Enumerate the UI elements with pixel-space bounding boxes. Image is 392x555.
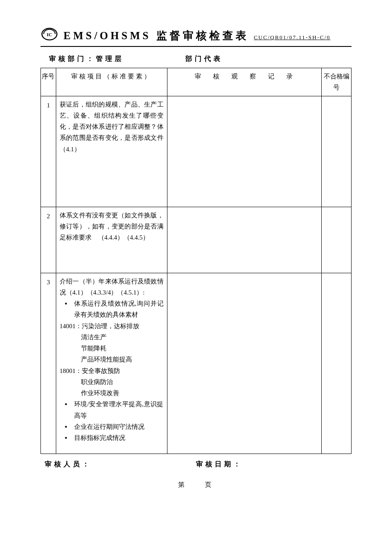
table-row: 3 介绍一（半）年来体系运行及绩效情况（4.1）（4.3.3/4）（4.5.1）…	[41, 273, 352, 454]
meta-row: 审核部门：管理层 部门代表	[49, 55, 352, 64]
s14001-item: 节能降耗	[60, 343, 164, 354]
row-num: 2	[41, 207, 56, 273]
svg-text:IC: IC	[47, 32, 52, 37]
bullet-text: 体系运行及绩效情况,询问并记录有关绩效的具体素材	[74, 298, 164, 321]
document-title: EMS/OHSMS 监督审核检查表	[63, 29, 249, 43]
dept-value: 管理层	[96, 55, 124, 62]
rep-label: 部门代表	[185, 55, 223, 62]
row-item: 介绍一（半）年来体系运行及绩效情况（4.1）（4.3.3/4）（4.5.1）: …	[56, 273, 167, 454]
table-header-row: 序号 审核项目（标准要素） 审核观察记录 不合格编号	[41, 68, 352, 96]
bullet-icon: ●	[65, 421, 74, 432]
row-item: 体系文件有没有变更（如文件换版，修订等），如有，变更的部分是否满足标准要求 （4…	[56, 207, 167, 273]
auditor-label: 审核人员：	[45, 460, 196, 469]
item-text: 体系文件有没有变更（如文件换版，修订等），如有，变更的部分是否满足标准要求 （4…	[60, 210, 164, 243]
row-nc	[322, 207, 352, 273]
cuc-logo-icon: IC	[40, 27, 58, 41]
row-item: 获证后，组织的规模、产品、生产工艺、设备、组织结构发生了哪些变化，是否对体系进行…	[56, 96, 167, 207]
bullet-item: ● 企业在运行期间守法情况	[60, 421, 164, 432]
bullet-item: ● 环境/安全管理水平提高,意识提高等	[60, 399, 164, 421]
s18001-item: 职业病防治	[60, 376, 164, 387]
row-num: 3	[41, 273, 56, 454]
col-num: 序号	[41, 68, 56, 96]
col-record: 审核观察记录	[167, 68, 322, 96]
row-nc	[322, 96, 352, 207]
item-intro: 介绍一（半）年来体系运行及绩效情况（4.1）（4.3.3/4）（4.5.1）:	[60, 276, 164, 298]
bullet-icon: ●	[65, 298, 74, 309]
row-record	[167, 207, 322, 273]
s14001-item: 产品环境性能提高	[60, 354, 164, 365]
document-code: CUC/QR01/07.11-SH-C/0	[254, 34, 331, 41]
row-record	[167, 273, 322, 454]
col-nc: 不合格编号	[322, 68, 352, 96]
bullet-text: 环境/安全管理水平提高,意识提高等	[74, 399, 164, 421]
col-item: 审核项目（标准要素）	[56, 68, 167, 96]
row-record	[167, 96, 322, 207]
s14001-item: 污染治理，达标排放	[82, 323, 139, 330]
table-row: 2 体系文件有没有变更（如文件换版，修订等），如有，变更的部分是否满足标准要求 …	[41, 207, 352, 273]
footer-row: 审核人员： 审核日期：	[45, 460, 352, 469]
s18001-item: 作业环境改善	[60, 387, 164, 399]
section-18001: 18001：安全事故预防	[60, 365, 164, 376]
checklist-table: 序号 审核项目（标准要素） 审核观察记录 不合格编号 1 获证后，组织的规模、产…	[40, 68, 352, 454]
page-number: 第 页	[40, 481, 352, 489]
document-header: IC EMS/OHSMS 监督审核检查表 CUC/QR01/07.11-SH-C…	[40, 26, 352, 47]
bullet-item: ● 目标指标完成情况	[60, 432, 164, 443]
bullet-item: ● 体系运行及绩效情况,询问并记录有关绩效的具体素材	[60, 298, 164, 321]
s14001-label: 14001：	[60, 323, 82, 330]
bullet-icon: ●	[65, 432, 74, 443]
row-num: 1	[41, 96, 56, 207]
dept-label: 审核部门：	[49, 55, 96, 62]
s14001-item: 清洁生产	[60, 332, 164, 343]
audit-date-label: 审核日期：	[196, 460, 243, 469]
s18001-label: 18001：	[60, 367, 82, 374]
item-text: 获证后，组织的规模、产品、生产工艺、设备、组织结构发生了哪些变化，是否对体系进行…	[60, 99, 164, 155]
row-nc	[322, 273, 352, 454]
section-14001: 14001：污染治理，达标排放	[60, 321, 164, 332]
s18001-item: 安全事故预防	[82, 367, 120, 374]
table-row: 1 获证后，组织的规模、产品、生产工艺、设备、组织结构发生了哪些变化，是否对体系…	[41, 96, 352, 207]
bullet-text: 目标指标完成情况	[74, 432, 164, 443]
bullet-text: 企业在运行期间守法情况	[74, 421, 164, 432]
bullet-icon: ●	[65, 399, 74, 410]
